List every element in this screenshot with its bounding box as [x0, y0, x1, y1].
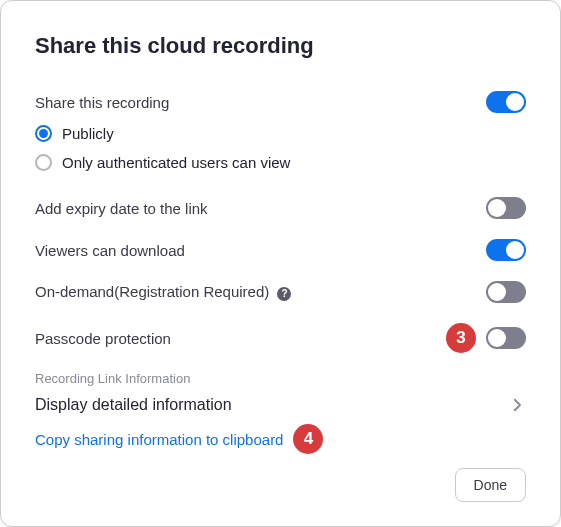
label-expiry: Add expiry date to the link — [35, 200, 208, 217]
row-share: Share this recording — [35, 81, 526, 123]
toggle-download[interactable] — [486, 239, 526, 261]
radio-publicly[interactable] — [35, 125, 52, 142]
row-copy-link: Copy sharing information to clipboard 4 — [35, 420, 526, 462]
copy-sharing-info-link[interactable]: Copy sharing information to clipboard — [35, 431, 283, 448]
label-ondemand: On-demand(Registration Required) ? — [35, 283, 291, 300]
toggle-ondemand[interactable] — [486, 281, 526, 303]
row-expiry: Add expiry date to the link — [35, 187, 526, 229]
disclosure-label: Display detailed information — [35, 396, 232, 414]
share-recording-modal: Share this cloud recording Share this re… — [0, 0, 561, 527]
toggle-expiry[interactable] — [486, 197, 526, 219]
modal-footer: Done — [35, 468, 526, 502]
annotation-badge-4: 4 — [293, 424, 323, 454]
radio-auth-only[interactable] — [35, 154, 52, 171]
toggle-passcode[interactable] — [486, 327, 526, 349]
help-icon[interactable]: ? — [277, 287, 291, 301]
done-button[interactable]: Done — [455, 468, 526, 502]
label-share: Share this recording — [35, 94, 169, 111]
row-download: Viewers can download — [35, 229, 526, 271]
radio-option-publicly[interactable]: Publicly — [35, 119, 526, 148]
radio-auth-only-label: Only authenticated users can view — [62, 154, 290, 171]
toggle-share[interactable] — [486, 91, 526, 113]
row-passcode: Passcode protection 3 — [35, 313, 526, 363]
section-label-link-info: Recording Link Information — [35, 371, 526, 386]
label-passcode: Passcode protection — [35, 330, 171, 347]
modal-title: Share this cloud recording — [35, 33, 526, 59]
row-ondemand: On-demand(Registration Required) ? — [35, 271, 526, 313]
radio-publicly-label: Publicly — [62, 125, 114, 142]
annotation-badge-3: 3 — [446, 323, 476, 353]
chevron-right-icon — [508, 396, 526, 414]
share-visibility-radiogroup: Publicly Only authenticated users can vi… — [35, 119, 526, 177]
radio-option-auth-only[interactable]: Only authenticated users can view — [35, 148, 526, 177]
disclosure-detailed-info[interactable]: Display detailed information — [35, 388, 526, 420]
label-download: Viewers can download — [35, 242, 185, 259]
